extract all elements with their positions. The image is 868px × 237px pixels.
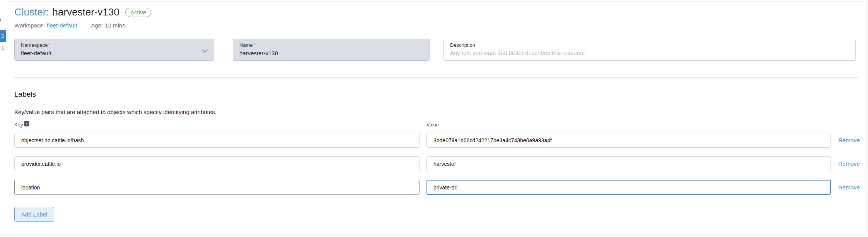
info-tooltip-icon[interactable]: i [24, 121, 29, 126]
resource-type-label: Cluster: [14, 6, 49, 18]
label-value-input[interactable] [426, 156, 831, 171]
label-key-input[interactable] [14, 156, 420, 171]
labels-section-title: Labels [14, 90, 36, 99]
page-title: Cluster: harvester-v130 Active [14, 6, 151, 18]
remove-label-button[interactable]: Remove [838, 180, 860, 195]
remove-label-button[interactable]: Remove [838, 133, 860, 148]
description-label: Description [450, 42, 849, 48]
header-divider [14, 35, 858, 35]
footer-strip [0, 233, 868, 237]
resource-meta: Workspace: fleet-default Age: 12 mins [14, 22, 125, 29]
status-badge: Active [125, 8, 151, 17]
fields-row: Namespace* fleet-default Name* harvester… [14, 39, 856, 61]
content-right-border [866, 2, 866, 233]
description-field[interactable]: Description [443, 39, 856, 61]
label-key-input[interactable] [14, 133, 420, 148]
resource-name: harvester-v130 [53, 6, 119, 18]
add-label-button[interactable]: Add Label [14, 207, 54, 222]
remove-label-button[interactable]: Remove [838, 156, 860, 171]
section-divider [14, 77, 858, 78]
description-input[interactable] [450, 49, 849, 56]
age-value: 12 mins [105, 22, 125, 29]
name-field[interactable]: Name* harvester-v130 [233, 39, 430, 61]
key-column-header: Keyi [14, 122, 29, 128]
namespace-value: fleet-default [21, 50, 208, 56]
sidebar-count-fragment-top: 0 [0, 17, 1, 23]
namespace-label: Namespace* [21, 42, 208, 48]
sidebar-count-fragment-bottom: 1 [1, 44, 4, 51]
label-value-input[interactable] [426, 133, 831, 148]
label-value-input[interactable] [426, 180, 831, 195]
required-marker: * [254, 42, 256, 48]
namespace-select[interactable]: Namespace* fleet-default [14, 39, 214, 61]
label-key-input[interactable] [14, 180, 420, 195]
content-top-border [6, 2, 866, 2]
sidebar-item-selected[interactable]: 1 [0, 30, 6, 42]
name-value: harvester-v130 [239, 50, 423, 56]
sidebar-sliver: 0 1 1 [0, 0, 6, 233]
required-marker: * [48, 42, 50, 48]
labels-section-description: Key/value pairs that are attached to obj… [14, 109, 217, 115]
sidebar-selected-count-fragment: 1 [1, 32, 4, 39]
value-column-header: Value [426, 122, 439, 128]
name-label: Name* [239, 42, 423, 48]
workspace-label: Workspace: [14, 22, 45, 29]
workspace-link[interactable]: fleet-default [47, 22, 77, 29]
age-label: Age: [91, 22, 103, 29]
